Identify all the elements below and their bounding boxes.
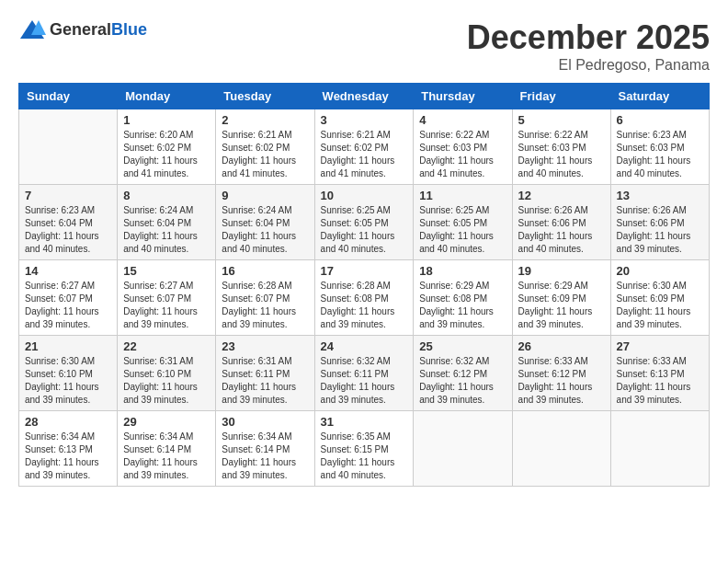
day-info: Sunrise: 6:25 AM Sunset: 6:05 PM Dayligh… [321,204,408,256]
day-number: 28 [25,415,111,429]
day-number: 13 [617,189,703,202]
calendar-cell: 27Sunrise: 6:33 AM Sunset: 6:13 PM Dayli… [610,336,709,411]
calendar-cell: 23Sunrise: 6:31 AM Sunset: 6:11 PM Dayli… [216,336,314,411]
day-number: 24 [321,339,408,353]
day-number: 9 [222,189,308,202]
day-info: Sunrise: 6:22 AM Sunset: 6:03 PM Dayligh… [518,129,605,180]
day-number: 31 [321,415,408,429]
calendar-header-sunday: Sunday [19,84,118,109]
calendar-cell: 2Sunrise: 6:21 AM Sunset: 6:02 PM Daylig… [216,109,314,185]
day-number: 7 [25,189,111,202]
day-number: 20 [617,264,703,278]
day-number: 10 [321,189,408,202]
day-info: Sunrise: 6:35 AM Sunset: 6:15 PM Dayligh… [321,431,408,482]
calendar-week-row: 14Sunrise: 6:27 AM Sunset: 6:07 PM Dayli… [19,260,710,336]
day-number: 19 [518,264,605,278]
day-number: 27 [617,339,703,353]
day-info: Sunrise: 6:32 AM Sunset: 6:11 PM Dayligh… [321,355,408,407]
day-info: Sunrise: 6:30 AM Sunset: 6:09 PM Dayligh… [617,280,703,331]
calendar-header-wednesday: Wednesday [314,84,414,109]
calendar-cell: 31Sunrise: 6:35 AM Sunset: 6:15 PM Dayli… [314,411,414,487]
day-info: Sunrise: 6:34 AM Sunset: 6:14 PM Dayligh… [123,431,210,482]
day-info: Sunrise: 6:23 AM Sunset: 6:03 PM Dayligh… [617,129,703,180]
day-number: 30 [222,415,308,429]
day-number: 4 [419,113,506,127]
calendar-cell: 18Sunrise: 6:29 AM Sunset: 6:08 PM Dayli… [414,260,512,336]
day-number: 23 [222,339,308,353]
calendar-cell: 10Sunrise: 6:25 AM Sunset: 6:05 PM Dayli… [314,185,414,260]
calendar-cell: 30Sunrise: 6:34 AM Sunset: 6:14 PM Dayli… [216,411,314,487]
calendar-cell: 7Sunrise: 6:23 AM Sunset: 6:04 PM Daylig… [19,185,118,260]
day-info: Sunrise: 6:29 AM Sunset: 6:08 PM Dayligh… [419,280,506,331]
day-info: Sunrise: 6:29 AM Sunset: 6:09 PM Dayligh… [518,280,605,331]
day-number: 18 [419,264,506,278]
day-info: Sunrise: 6:34 AM Sunset: 6:13 PM Dayligh… [25,431,111,482]
day-number: 3 [321,113,408,127]
title-area: December 2025 El Pedregoso, Panama [467,18,710,74]
day-info: Sunrise: 6:21 AM Sunset: 6:02 PM Dayligh… [321,129,408,180]
day-info: Sunrise: 6:20 AM Sunset: 6:02 PM Dayligh… [123,129,210,180]
calendar-cell: 5Sunrise: 6:22 AM Sunset: 6:03 PM Daylig… [512,109,610,185]
calendar-header-monday: Monday [118,84,216,109]
page-header: GeneralBlue December 2025 El Pedregoso, … [18,18,710,74]
day-number: 22 [123,339,210,353]
calendar-week-row: 1Sunrise: 6:20 AM Sunset: 6:02 PM Daylig… [19,109,710,185]
calendar-cell: 16Sunrise: 6:28 AM Sunset: 6:07 PM Dayli… [216,260,314,336]
calendar-week-row: 28Sunrise: 6:34 AM Sunset: 6:13 PM Dayli… [19,411,710,487]
day-number: 12 [518,189,605,202]
calendar-header-row: SundayMondayTuesdayWednesdayThursdayFrid… [19,84,710,109]
logo-text: GeneralBlue [50,20,147,40]
day-info: Sunrise: 6:24 AM Sunset: 6:04 PM Dayligh… [222,204,308,256]
day-info: Sunrise: 6:31 AM Sunset: 6:10 PM Dayligh… [123,355,210,407]
day-info: Sunrise: 6:26 AM Sunset: 6:06 PM Dayligh… [617,204,703,256]
logo-icon [18,18,46,40]
location-title: El Pedregoso, Panama [467,57,710,74]
day-number: 16 [222,264,308,278]
day-number: 25 [419,339,506,353]
calendar-week-row: 21Sunrise: 6:30 AM Sunset: 6:10 PM Dayli… [19,336,710,411]
day-number: 15 [123,264,210,278]
calendar-cell: 6Sunrise: 6:23 AM Sunset: 6:03 PM Daylig… [610,109,709,185]
day-number: 29 [123,415,210,429]
day-info: Sunrise: 6:33 AM Sunset: 6:13 PM Dayligh… [617,355,703,407]
calendar-cell [512,411,610,487]
month-title: December 2025 [467,18,710,57]
calendar-table: SundayMondayTuesdayWednesdayThursdayFrid… [18,83,710,487]
day-number: 6 [617,113,703,127]
day-number: 17 [321,264,408,278]
calendar-cell: 14Sunrise: 6:27 AM Sunset: 6:07 PM Dayli… [19,260,118,336]
calendar-cell [19,109,118,185]
day-number: 2 [222,113,308,127]
calendar-cell: 8Sunrise: 6:24 AM Sunset: 6:04 PM Daylig… [118,185,216,260]
day-info: Sunrise: 6:26 AM Sunset: 6:06 PM Dayligh… [518,204,605,256]
calendar-cell [414,411,512,487]
calendar-cell: 1Sunrise: 6:20 AM Sunset: 6:02 PM Daylig… [118,109,216,185]
calendar-cell: 26Sunrise: 6:33 AM Sunset: 6:12 PM Dayli… [512,336,610,411]
day-number: 14 [25,264,111,278]
calendar-header-saturday: Saturday [610,84,709,109]
day-info: Sunrise: 6:28 AM Sunset: 6:08 PM Dayligh… [321,280,408,331]
day-number: 1 [123,113,210,127]
day-info: Sunrise: 6:25 AM Sunset: 6:05 PM Dayligh… [419,204,506,256]
calendar-cell: 20Sunrise: 6:30 AM Sunset: 6:09 PM Dayli… [610,260,709,336]
day-number: 21 [25,339,111,353]
day-info: Sunrise: 6:27 AM Sunset: 6:07 PM Dayligh… [25,280,111,331]
calendar-cell: 29Sunrise: 6:34 AM Sunset: 6:14 PM Dayli… [118,411,216,487]
calendar-cell: 4Sunrise: 6:22 AM Sunset: 6:03 PM Daylig… [414,109,512,185]
day-info: Sunrise: 6:32 AM Sunset: 6:12 PM Dayligh… [419,355,506,407]
day-number: 26 [518,339,605,353]
day-info: Sunrise: 6:33 AM Sunset: 6:12 PM Dayligh… [518,355,605,407]
calendar-header-friday: Friday [512,84,610,109]
day-info: Sunrise: 6:28 AM Sunset: 6:07 PM Dayligh… [222,280,308,331]
day-info: Sunrise: 6:23 AM Sunset: 6:04 PM Dayligh… [25,204,111,256]
day-number: 8 [123,189,210,202]
calendar-cell: 9Sunrise: 6:24 AM Sunset: 6:04 PM Daylig… [216,185,314,260]
day-info: Sunrise: 6:31 AM Sunset: 6:11 PM Dayligh… [222,355,308,407]
calendar-cell: 25Sunrise: 6:32 AM Sunset: 6:12 PM Dayli… [414,336,512,411]
logo-general: General [50,20,111,39]
logo: GeneralBlue [18,18,147,40]
calendar-cell: 15Sunrise: 6:27 AM Sunset: 6:07 PM Dayli… [118,260,216,336]
day-number: 5 [518,113,605,127]
calendar-cell: 22Sunrise: 6:31 AM Sunset: 6:10 PM Dayli… [118,336,216,411]
day-info: Sunrise: 6:30 AM Sunset: 6:10 PM Dayligh… [25,355,111,407]
